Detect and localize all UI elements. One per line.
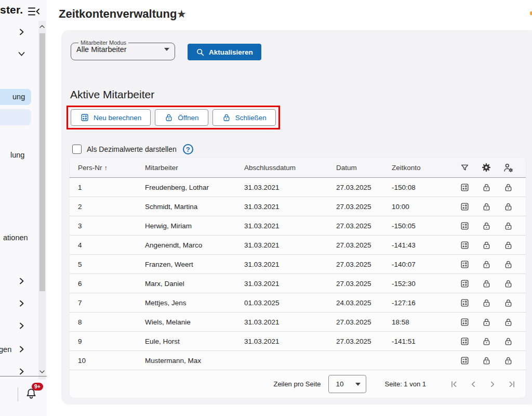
column-header-mitarbeiter[interactable]: Mitarbeiter [137, 164, 236, 172]
row-lock-closed-icon[interactable] [497, 259, 519, 269]
row-lock-open-icon[interactable] [475, 221, 497, 231]
chevron-right-icon[interactable] [18, 29, 25, 36]
row-lock-open-icon[interactable] [475, 279, 497, 289]
row-lock-open-icon[interactable] [475, 259, 497, 269]
favorite-star-icon[interactable]: ★ [177, 8, 187, 20]
decimal-values-checkbox[interactable] [72, 145, 82, 154]
chevron-down-icon [164, 48, 169, 51]
table-row[interactable]: 3 Herwig, Miriam 31.03.2021 27.03.2025 -… [70, 216, 526, 236]
row-lock-closed-icon[interactable] [497, 356, 519, 366]
cell-mitarbeiter: Mustermann, Max [137, 357, 236, 365]
row-lock-closed-icon[interactable] [497, 336, 519, 346]
table-row[interactable]: 9 Eule, Horst 31.03.2021 27.03.2025 -141… [70, 332, 526, 351]
cell-mitarbeiter: Herwig, Miriam [137, 222, 236, 230]
recalculate-button[interactable]: Neu berechnen [71, 109, 151, 126]
chevron-down-icon [355, 383, 361, 386]
row-lock-open-icon[interactable] [475, 336, 497, 346]
chevron-right-icon[interactable] [18, 368, 25, 375]
row-calculate-icon[interactable] [454, 356, 475, 366]
row-lock-closed-icon[interactable] [497, 240, 519, 250]
row-calculate-icon[interactable] [454, 202, 475, 212]
table-row[interactable]: 2 Schmidt, Martina 31.03.2021 27.03.2025… [70, 197, 526, 216]
row-lock-closed-icon[interactable] [497, 279, 519, 289]
table-row[interactable]: 10 Mustermann, Max [70, 351, 526, 370]
row-lock-open-icon[interactable] [475, 317, 497, 327]
employees-table: Pers-Nr↑ Mitarbeiter Abschlussdatum Datu… [69, 157, 526, 398]
previous-page-icon[interactable] [468, 379, 479, 390]
scroll-up-icon[interactable] [38, 23, 46, 30]
cell-persnr: 10 [70, 357, 137, 365]
row-lock-closed-icon[interactable] [497, 298, 519, 308]
lock-closed-icon [222, 113, 231, 122]
scrollbar-thumb[interactable] [39, 33, 45, 291]
table-row[interactable]: 4 Angenendt, Marco 31.03.2021 27.03.2025… [70, 236, 526, 255]
filter-icon[interactable] [454, 163, 475, 173]
settings-gear-icon[interactable] [475, 162, 497, 173]
row-lock-closed-icon[interactable] [497, 317, 519, 327]
column-header-zeitkonto[interactable]: Zeitkonto [383, 164, 454, 172]
sidebar-item-label[interactable]: ationen [3, 233, 28, 242]
notifications-bell-icon[interactable]: 9+ [25, 387, 38, 401]
row-lock-open-icon[interactable] [475, 356, 497, 366]
chevron-down-icon[interactable] [18, 50, 25, 58]
last-page-icon[interactable] [506, 379, 517, 390]
chevron-right-icon[interactable] [18, 278, 25, 285]
scroll-down-icon[interactable] [38, 368, 46, 375]
rows-per-page-select[interactable]: 10 [328, 375, 366, 393]
user-settings-icon[interactable] [497, 162, 519, 173]
table-row[interactable]: 7 Mettjes, Jens 01.03.2025 24.03.2025 -1… [70, 293, 526, 313]
row-calculate-icon[interactable] [454, 336, 475, 346]
row-lock-closed-icon[interactable] [497, 202, 519, 212]
refresh-button[interactable]: Aktualisieren [188, 44, 261, 60]
cell-persnr: 8 [70, 318, 137, 326]
row-calculate-icon[interactable] [454, 298, 475, 308]
rows-per-page-label: Zeilen pro Seite [273, 380, 321, 388]
cell-persnr: 2 [70, 203, 137, 211]
sidebar-item-label[interactable]: lung [10, 151, 24, 159]
cell-mitarbeiter: Schmidt, Martina [137, 203, 236, 211]
row-lock-open-icon[interactable] [475, 183, 497, 192]
employee-mode-select[interactable]: Mitarbeiter Modus Alle Mitarbeiter [71, 40, 175, 60]
cell-abschlussdatum: 31.03.2021 [236, 261, 328, 268]
row-calculate-icon[interactable] [454, 183, 475, 192]
chevron-right-icon[interactable] [18, 300, 25, 307]
sidebar-item-label[interactable]: gen [0, 345, 11, 354]
row-lock-closed-icon[interactable] [497, 183, 519, 192]
table-row[interactable]: 1 Freudenberg, Lothar 31.03.2021 27.03.2… [70, 178, 526, 197]
row-calculate-icon[interactable] [454, 221, 475, 231]
row-lock-open-icon[interactable] [475, 298, 497, 308]
chevron-right-icon[interactable] [18, 322, 25, 330]
cell-mitarbeiter: Marx, Daniel [137, 280, 236, 288]
column-header-datum[interactable]: Datum [328, 164, 383, 172]
cell-persnr: 6 [70, 280, 137, 288]
column-header-persnr[interactable]: Pers-Nr↑ [70, 164, 137, 172]
cell-zeitkonto: 18:58 [383, 318, 454, 326]
open-button[interactable]: Öffnen [155, 109, 208, 126]
column-header-abschlussdatum[interactable]: Abschlussdatum [236, 164, 328, 172]
row-calculate-icon[interactable] [454, 279, 475, 289]
first-page-icon[interactable] [448, 379, 460, 390]
sidebar-item-label[interactable]: ung [12, 93, 25, 101]
cell-persnr: 4 [70, 241, 137, 249]
row-lock-closed-icon[interactable] [497, 221, 519, 231]
table-row[interactable]: 6 Marx, Daniel 31.03.2021 27.03.2025 -15… [70, 274, 526, 293]
app-logo-text: ster. [0, 4, 23, 16]
row-calculate-icon[interactable] [454, 317, 475, 327]
row-lock-open-icon[interactable] [475, 240, 497, 250]
close-button[interactable]: Schließen [212, 109, 276, 126]
sidebar-item-highlighted[interactable] [0, 109, 31, 125]
row-calculate-icon[interactable] [454, 259, 475, 269]
help-icon[interactable]: ? [183, 144, 193, 154]
collapse-sidebar-icon[interactable] [28, 6, 40, 17]
row-lock-open-icon[interactable] [475, 202, 497, 212]
table-row[interactable]: 8 Wiels, Melanie 31.03.2021 27.03.2025 1… [70, 313, 526, 332]
sidebar-scrollbar[interactable] [38, 21, 46, 380]
cell-abschlussdatum: 01.03.2025 [236, 299, 328, 307]
chevron-right-icon[interactable] [18, 346, 25, 353]
next-page-icon[interactable] [487, 379, 498, 390]
page-info: Seite: 1 von 1 [385, 380, 427, 388]
row-calculate-icon[interactable] [454, 240, 475, 250]
sort-asc-icon: ↑ [104, 164, 108, 172]
table-pagination: Zeilen pro Seite 10 Seite: 1 von 1 [70, 370, 526, 398]
table-row[interactable]: 5 Franzen, Weert 31.03.2021 27.03.2025 -… [70, 255, 526, 274]
